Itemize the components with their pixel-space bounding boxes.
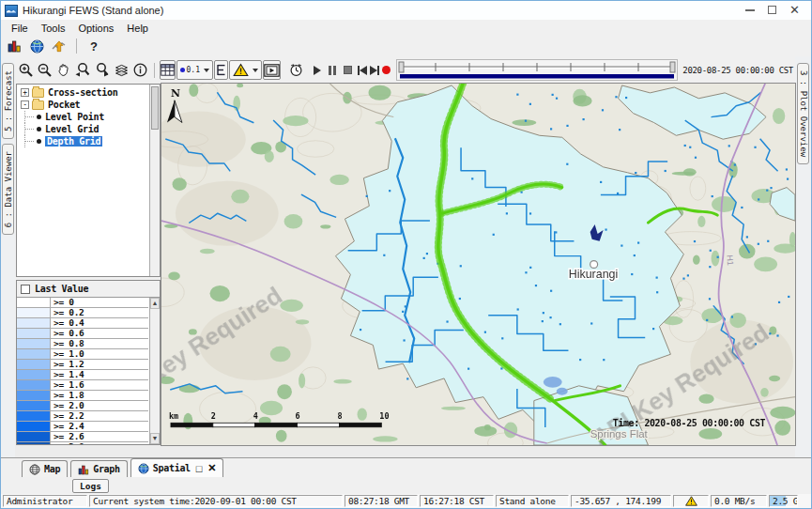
tree-item-label: Depth Grid (45, 136, 102, 147)
legend-label: >= 1.8 (51, 391, 84, 400)
record-button[interactable] (381, 60, 392, 80)
menu-item-options[interactable]: Options (71, 22, 120, 35)
zoom-next-icon[interactable] (93, 60, 112, 80)
tree-expander-icon[interactable]: - (21, 100, 29, 109)
menu-item-help[interactable]: Help (120, 22, 155, 35)
right-tab-strip: 3 : Plot Overview (795, 56, 811, 457)
status-segment-7: 0.0 MB/s (711, 495, 767, 507)
legend-swatch (17, 370, 51, 379)
tree-item-cross-section[interactable]: +Cross-section (17, 86, 148, 99)
legend-swatch (17, 411, 51, 421)
tab-graph[interactable]: Graph (70, 460, 128, 477)
threshold-value: 0.1 (187, 66, 200, 74)
scroll-down-icon[interactable]: ▼ (150, 433, 160, 444)
legend-swatch (17, 442, 51, 444)
legend-swatch (17, 318, 51, 328)
contour-button[interactable] (214, 60, 228, 80)
database-chart-icon[interactable] (5, 38, 23, 55)
legend-row[interactable]: >= 2.8 (17, 442, 148, 444)
info-icon[interactable] (131, 60, 149, 80)
legend-label: >= 0.8 (51, 339, 84, 348)
left-tab-6-data-viewer[interactable]: 6 : Data Viewer (2, 144, 14, 235)
legend-label: >= 2.4 (51, 422, 84, 431)
globe-gray-icon (29, 464, 40, 475)
legend-label: >= 1.6 (51, 380, 84, 390)
grid-display-button[interactable] (160, 60, 176, 80)
help-icon[interactable]: ? (84, 38, 103, 55)
zoom-previous-icon[interactable] (73, 60, 92, 80)
tab-spatial[interactable]: Spatial□✕ (130, 458, 223, 477)
legend-panel: Last Value >= 0>= 0.2>= 0.4>= 0.6>= 0.8>… (16, 280, 161, 445)
stop-button[interactable] (343, 60, 354, 80)
map-view[interactable]: API Key Required API Key Required Hikura… (161, 84, 795, 445)
threshold-dropdown[interactable]: 0.1 (176, 60, 213, 80)
tree-item-level-point[interactable]: Level Point (17, 111, 148, 123)
tree-expander-icon[interactable]: + (21, 88, 29, 97)
warning-icon (233, 63, 249, 77)
legend-swatch (17, 308, 51, 317)
timeseries-export-icon[interactable] (50, 38, 69, 55)
last-value-label: Last Value (35, 284, 88, 294)
folder-icon (32, 88, 44, 98)
app-toolbar: ? (1, 36, 811, 56)
menu-item-file[interactable]: File (5, 22, 35, 35)
warning-threshold-dropdown[interactable] (229, 60, 262, 80)
tree-item-depth-grid[interactable]: Depth Grid (17, 135, 148, 147)
toolbar-separator (76, 39, 77, 54)
node-bullet-icon (37, 127, 41, 131)
menu-bar: FileToolsOptionsHelp (1, 20, 811, 36)
minimize-button[interactable] (745, 2, 755, 11)
tree-item-pocket[interactable]: -Pocket (17, 99, 148, 111)
layers-icon[interactable] (113, 60, 130, 80)
tree-item-level-grid[interactable]: Level Grid (17, 123, 148, 135)
legend-list[interactable]: >= 0>= 0.2>= 0.4>= 0.6>= 0.8>= 1.0>= 1.2… (17, 297, 160, 444)
scale-tick-label: 8 (337, 411, 342, 421)
legend-label: >= 2.2 (51, 411, 84, 421)
scale-tick-label: 6 (296, 411, 300, 421)
status-segment-2: 08:27:18 GMT (345, 495, 418, 507)
pan-hand-icon[interactable] (54, 60, 72, 80)
step-back-button[interactable] (357, 60, 368, 80)
globe-icon[interactable] (27, 38, 46, 55)
legend-scrollbar[interactable]: ▲ ▼ (149, 298, 160, 444)
last-value-checkbox[interactable] (21, 285, 30, 294)
zoom-out-icon[interactable] (36, 60, 54, 80)
legend-swatch (17, 401, 51, 410)
status-bar: AdministratorCurrent system time:2020-09… (1, 494, 811, 508)
scale-tick-label: 2 (211, 411, 216, 421)
legend-swatch (17, 329, 51, 338)
panel-maximize-icon[interactable]: □ (196, 463, 202, 474)
menu-item-tools[interactable]: Tools (35, 22, 72, 35)
clock-run-icon[interactable] (287, 60, 305, 80)
logs-button[interactable]: Logs (72, 479, 109, 493)
tree-item-label: Cross-section (48, 87, 117, 98)
window-title: Hikurangi FEWS (Stand alone) (23, 5, 163, 16)
legend-swatch (17, 339, 51, 348)
title-bar: Hikurangi FEWS (Stand alone) ✕ (1, 1, 811, 20)
scroll-up-icon[interactable]: ▲ (150, 298, 160, 309)
maximize-button[interactable] (768, 6, 776, 14)
zoom-in-icon[interactable] (17, 60, 35, 80)
time-slider[interactable] (396, 59, 678, 81)
panel-close-icon[interactable]: ✕ (207, 462, 216, 474)
pause-button[interactable] (328, 60, 339, 80)
legend-swatch (17, 391, 51, 400)
animation-button[interactable] (263, 60, 281, 80)
tree-scrollbar[interactable] (149, 85, 160, 276)
right-tab-3-plot-overview[interactable]: 3 : Plot Overview (797, 63, 809, 164)
legend-label: >= 0.4 (51, 318, 84, 328)
left-tab-5-forecast[interactable]: 5 : Forecast (2, 63, 14, 139)
place-label-hikurangi: Hikurangi (569, 268, 619, 281)
play-button[interactable] (312, 60, 323, 80)
parameter-tree[interactable]: +Cross-section-PocketLevel PointLevel Gr… (16, 84, 161, 277)
current-datetime: 2020-08-25 00:00:00 CST (682, 66, 793, 75)
map-time-label: Time: 2020-08-25 00:00:00 CST (613, 418, 766, 428)
status-segment-5: -35.657 , 174.199 (571, 495, 671, 507)
close-button[interactable]: ✕ (789, 2, 800, 19)
step-forward-button[interactable] (369, 60, 380, 80)
legend-label: >= 2.6 (51, 432, 84, 441)
node-bullet-icon (37, 115, 41, 119)
node-bullet-icon (37, 139, 41, 144)
status-segment-3: 16:27:18 CST (420, 495, 494, 507)
tab-map[interactable]: Map (22, 460, 68, 477)
